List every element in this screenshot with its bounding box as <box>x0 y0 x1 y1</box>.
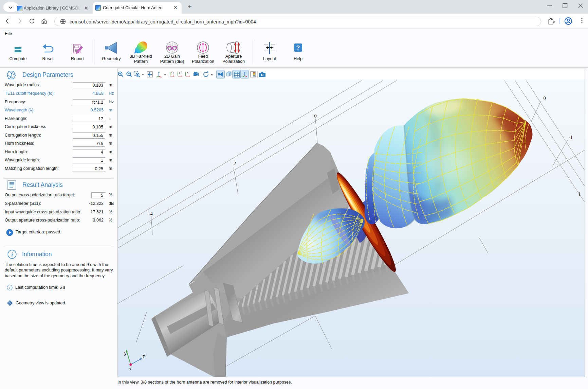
svg-text:-4: -4 <box>149 211 153 216</box>
svg-text:0: 0 <box>543 95 546 101</box>
svg-text:i: i <box>11 251 13 258</box>
svg-text:0: 0 <box>314 113 316 119</box>
svg-text:yz: yz <box>179 71 182 74</box>
svg-text:xz: xz <box>187 71 190 74</box>
svg-text:i: i <box>9 286 11 290</box>
svg-text:1: 1 <box>578 191 581 197</box>
svg-text:-2: -2 <box>232 161 236 166</box>
svg-text:?: ? <box>296 45 300 51</box>
svg-text:xy: xy <box>171 71 174 74</box>
svg-text:x: x <box>129 367 131 371</box>
svg-text:-1: -1 <box>569 135 573 140</box>
svg-text:z: z <box>143 354 145 359</box>
svg-text:y: y <box>124 350 127 356</box>
